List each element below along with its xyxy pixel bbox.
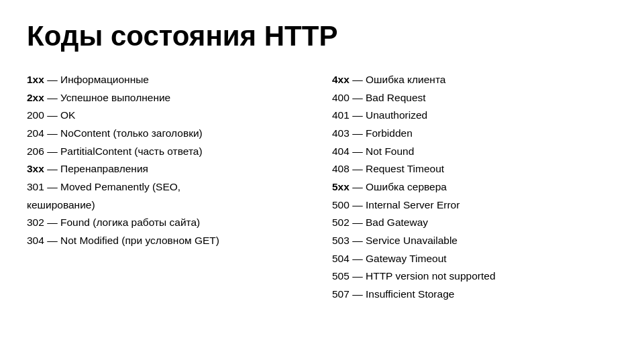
right-column: 4xx — Ошибка клиента400 — Bad Request401…	[325, 71, 617, 304]
list-item: 403 — Forbidden	[332, 125, 617, 143]
list-item: 3xx — Перенаправления	[27, 160, 312, 178]
list-item: 502 — Bad Gateway	[332, 214, 617, 232]
list-item: 400 — Bad Request	[332, 89, 617, 107]
list-item: 507 — Insufficient Storage	[332, 286, 617, 304]
left-column: 1xx — Информационные2xx — Успешное выпол…	[27, 71, 325, 304]
list-item: 301 — Moved Pemanently (SEO,кеширование)	[27, 178, 312, 214]
list-item: 500 — Internal Server Error	[332, 196, 617, 215]
list-item: 2xx — Успешное выполнение	[27, 89, 312, 107]
list-item: 408 — Request Timeout	[332, 160, 617, 178]
list-item: 503 — Service Unavailable	[332, 232, 617, 250]
list-item: 5xx — Ошибка сервера	[332, 178, 617, 196]
list-item: 505 — HTTP version not supported	[332, 267, 617, 286]
list-item: 302 — Found (логика работы сайта)	[27, 214, 312, 232]
list-item: 504 — Gateway Timeout	[332, 250, 617, 268]
list-item: 4xx — Ошибка клиента	[332, 71, 617, 89]
page-title: Коды состояния HTTP	[27, 20, 617, 52]
list-item: 206 — PartitialContent (часть ответа)	[27, 143, 312, 161]
list-item: 204 — NoContent (только заголовки)	[27, 125, 312, 143]
list-item: 1xx — Информационные	[27, 71, 312, 89]
main-content: 1xx — Информационные2xx — Успешное выпол…	[27, 71, 617, 304]
list-item: 404 — Not Found	[332, 143, 617, 161]
list-item: 401 — Unauthorized	[332, 107, 617, 125]
list-item: 200 — OK	[27, 107, 312, 125]
list-item: 304 — Not Modified (при условном GET)	[27, 232, 312, 250]
